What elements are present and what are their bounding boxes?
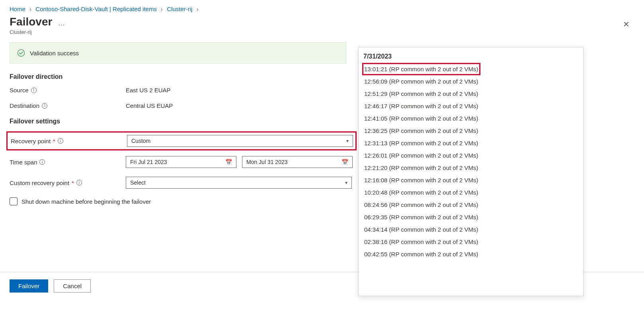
time-span-label: Time span i xyxy=(10,159,126,166)
source-label: Source i xyxy=(10,87,126,94)
dropdown-item[interactable]: 04:34:14 (RP common with 2 out of 2 VMs) xyxy=(363,223,578,236)
dropdown-item[interactable]: 08:24:56 (RP common with 2 out of 2 VMs) xyxy=(363,199,578,211)
breadcrumb-vault[interactable]: Contoso-Shared-Disk-Vault | Replicated i… xyxy=(35,6,157,12)
validation-text: Validation success xyxy=(30,50,79,57)
info-icon[interactable]: i xyxy=(39,159,45,165)
calendar-icon: 📅 xyxy=(342,159,348,165)
dropdown-item[interactable]: 12:56:09 (RP common with 2 out of 2 VMs) xyxy=(363,75,578,88)
required-indicator: * xyxy=(72,179,74,186)
page-title: Failover xyxy=(10,16,52,28)
destination-label: Destination i xyxy=(10,102,126,109)
dropdown-item[interactable]: 12:21:20 (RP common with 2 out of 2 VMs) xyxy=(363,162,578,174)
calendar-icon: 📅 xyxy=(225,159,232,165)
breadcrumb-home[interactable]: Home xyxy=(10,6,25,12)
breadcrumb: Home › Contoso-Shared-Disk-Vault | Repli… xyxy=(0,0,644,16)
dropdown-item[interactable]: 12:31:13 (RP common with 2 out of 2 VMs) xyxy=(363,137,578,149)
dropdown-item[interactable]: 12:26:01 (RP common with 2 out of 2 VMs) xyxy=(363,149,578,162)
dropdown-item[interactable]: 06:29:35 (RP common with 2 out of 2 VMs) xyxy=(363,211,578,223)
dropdown-item[interactable]: 12:41:05 (RP common with 2 out of 2 VMs) xyxy=(363,112,578,125)
dropdown-item[interactable]: 00:42:55 (RP common with 2 out of 2 VMs) xyxy=(363,248,578,260)
shutdown-checkbox-label: Shut down machine before beginning the f… xyxy=(21,198,151,205)
dropdown-item[interactable]: 12:16:08 (RP common with 2 out of 2 VMs) xyxy=(363,174,578,186)
chevron-right-icon: › xyxy=(29,6,31,12)
info-icon[interactable]: i xyxy=(31,88,37,93)
dropdown-date-header: 7/31/2023 xyxy=(363,51,578,64)
page-subtitle: Cluster-rij xyxy=(0,28,644,42)
destination-value: Central US EUAP xyxy=(126,102,173,109)
dropdown-item[interactable]: 12:51:29 (RP common with 2 out of 2 VMs) xyxy=(363,88,578,100)
chevron-down-icon: ▾ xyxy=(345,180,347,185)
cancel-button[interactable]: Cancel xyxy=(54,279,91,293)
recovery-point-label: Recovery point * i xyxy=(9,138,127,144)
breadcrumb-cluster[interactable]: Cluster-rij xyxy=(167,6,192,12)
chevron-down-icon: ▾ xyxy=(346,138,349,144)
time-span-to-input[interactable]: Mon Jul 31 2023 📅 xyxy=(242,156,353,168)
info-icon[interactable]: i xyxy=(58,138,63,144)
dropdown-item[interactable]: 10:20:48 (RP common with 2 out of 2 VMs) xyxy=(363,186,578,199)
recovery-point-highlight: Recovery point * i Custom ▾ xyxy=(6,131,357,150)
info-icon[interactable]: i xyxy=(76,180,82,185)
source-value: East US 2 EUAP xyxy=(126,87,171,94)
svg-point-0 xyxy=(18,50,25,57)
dropdown-scroll[interactable]: 7/31/2023 13:01:21 (RP common with 2 out… xyxy=(359,47,583,296)
info-icon[interactable]: i xyxy=(42,103,47,109)
close-button[interactable]: ✕ xyxy=(621,19,632,29)
dropdown-item[interactable]: 13:01:21 (RP common with 2 out of 2 VMs) xyxy=(362,63,480,75)
close-icon: ✕ xyxy=(623,20,630,29)
success-icon xyxy=(17,49,25,57)
custom-recovery-point-label: Custom recovery point * i xyxy=(10,179,126,186)
dropdown-item[interactable]: 12:36:25 (RP common with 2 out of 2 VMs) xyxy=(363,125,578,137)
shutdown-checkbox[interactable] xyxy=(10,197,18,205)
required-indicator: * xyxy=(53,138,55,144)
time-span-from-input[interactable]: Fri Jul 21 2023 📅 xyxy=(126,156,236,168)
recovery-point-dropdown: 7/31/2023 13:01:21 (RP common with 2 out… xyxy=(358,47,584,296)
validation-banner: Validation success xyxy=(10,42,346,64)
custom-recovery-point-select[interactable]: Select ▾ xyxy=(126,177,352,189)
chevron-right-icon: › xyxy=(197,6,199,12)
dropdown-item[interactable]: 02:38:16 (RP common with 2 out of 2 VMs) xyxy=(363,236,578,248)
failover-button[interactable]: Failover xyxy=(10,279,48,293)
recovery-point-select[interactable]: Custom ▾ xyxy=(127,135,353,147)
chevron-right-icon: › xyxy=(161,6,163,12)
more-button[interactable]: … xyxy=(58,19,65,27)
dropdown-item[interactable]: 12:46:17 (RP common with 2 out of 2 VMs) xyxy=(363,100,578,112)
